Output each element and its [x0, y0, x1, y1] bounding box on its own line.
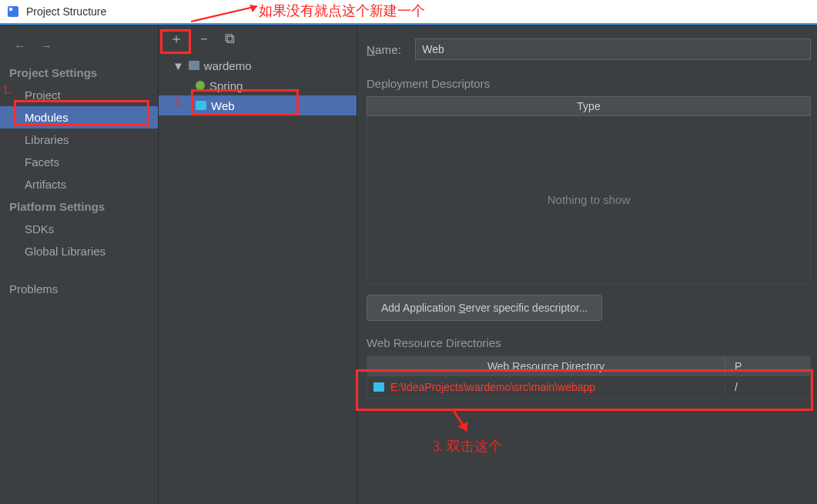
- project-settings-heading: Project Settings: [0, 62, 158, 84]
- module-tree-panel: ＋ － ⧉ ▼ wardemo Spring Web: [159, 25, 357, 504]
- sidebar-item-project[interactable]: Project: [0, 84, 158, 106]
- wrd-col-header: Web Resource Directory: [367, 356, 725, 376]
- descriptor-empty-area: Nothing to show: [367, 116, 811, 284]
- folder-icon: [373, 382, 384, 392]
- forward-arrow-icon[interactable]: →: [40, 39, 52, 53]
- expand-icon[interactable]: ▼: [172, 59, 184, 72]
- deployment-descriptors-title: Deployment Descriptors: [367, 77, 811, 90]
- nothing-to-show-text: Nothing to show: [547, 193, 631, 206]
- app-icon: [6, 5, 20, 18]
- sidebar-item-artifacts[interactable]: Artifacts: [0, 173, 158, 195]
- back-arrow-icon[interactable]: ←: [14, 39, 26, 53]
- sidebar-item-facets[interactable]: Facets: [0, 151, 158, 173]
- left-sidebar: ← → Project Settings Project Modules Lib…: [0, 25, 159, 504]
- tree-root-label: wardemo: [204, 59, 252, 72]
- tree-module-root[interactable]: ▼ wardemo: [159, 55, 357, 75]
- minus-icon[interactable]: －: [197, 29, 211, 48]
- plus-icon[interactable]: ＋: [169, 29, 183, 48]
- sidebar-item-libraries[interactable]: Libraries: [0, 129, 158, 151]
- window-title-bar: Project Structure: [0, 0, 817, 23]
- tree-web-label: Web: [211, 99, 235, 112]
- wrd-relative-text: /: [725, 381, 810, 393]
- web-resource-dir-row[interactable]: E:\IdeaProjects\wardemo\src\main\webapp …: [367, 376, 810, 398]
- details-panel: Name: Deployment Descriptors Type Nothin…: [357, 25, 817, 504]
- sidebar-item-problems[interactable]: Problems: [0, 278, 158, 300]
- add-server-descriptor-button[interactable]: Add Application Server specific descript…: [367, 295, 602, 321]
- sidebar-item-global-libraries[interactable]: Global Libraries: [0, 240, 158, 262]
- path-col-header: P: [725, 356, 810, 376]
- wrd-path-text: E:\IdeaProjects\wardemo\src\main\webapp: [390, 381, 595, 393]
- copy-icon[interactable]: ⧉: [225, 31, 235, 47]
- window-title: Project Structure: [26, 5, 106, 18]
- module-toolbar: ＋ － ⧉: [159, 25, 357, 52]
- tree-facet-web[interactable]: Web: [159, 95, 357, 115]
- tree-facet-spring[interactable]: Spring: [159, 75, 357, 95]
- descriptor-type-header: Type: [367, 96, 811, 116]
- tree-spring-label: Spring: [209, 79, 243, 92]
- folder-icon: [189, 61, 199, 70]
- sidebar-item-sdks[interactable]: SDKs: [0, 218, 158, 240]
- web-resource-dirs-title: Web Resource Directories: [367, 336, 811, 349]
- sidebar-item-modules[interactable]: Modules: [0, 106, 158, 129]
- svg-rect-1: [9, 8, 12, 11]
- name-label: Name:: [367, 43, 401, 56]
- web-resource-dir-table: Web Resource Directory P E:\IdeaProjects…: [367, 355, 811, 399]
- spring-icon: [196, 81, 205, 90]
- platform-settings-heading: Platform Settings: [0, 195, 158, 218]
- facet-name-input[interactable]: [415, 38, 811, 60]
- web-folder-icon: [196, 101, 206, 110]
